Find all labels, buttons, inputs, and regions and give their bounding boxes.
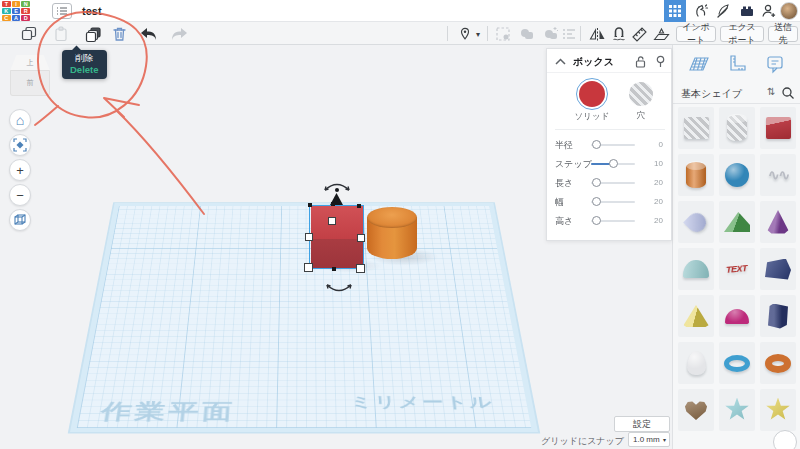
shape-tile-pyramid[interactable]: [678, 295, 714, 337]
copy-button[interactable]: [20, 25, 38, 43]
undo-button[interactable]: [140, 25, 158, 43]
workplane-button[interactable]: [652, 25, 670, 43]
workplane-pin-button[interactable]: [456, 25, 474, 43]
brick-icon[interactable]: [738, 2, 756, 20]
edge-handle[interactable]: [331, 202, 335, 206]
shape-tile-donut[interactable]: [760, 342, 796, 384]
import-button[interactable]: インポート: [676, 26, 716, 42]
solid-label: ソリッド: [575, 111, 610, 123]
tooltip-title: 削除: [70, 53, 99, 64]
notes-tool-button[interactable]: [759, 52, 791, 76]
slider-track[interactable]: [591, 220, 635, 222]
mirror-button[interactable]: [588, 25, 606, 43]
slider-knob[interactable]: [592, 197, 601, 206]
hole-pattern-circle[interactable]: [629, 82, 653, 106]
shape-category-dropdown[interactable]: 基本シェイプ ⇅: [673, 82, 800, 104]
unit-label: ミリメートル: [350, 392, 495, 412]
lock-icon[interactable]: [633, 54, 647, 68]
slider-track[interactable]: [591, 144, 635, 146]
tinkercad-logo[interactable]: TINKERCAD: [2, 1, 30, 21]
shape-tile-nib[interactable]: [678, 201, 714, 243]
avatar[interactable]: [780, 2, 798, 20]
slider-knob[interactable]: [592, 178, 601, 187]
shape-tile-cylinder[interactable]: [678, 154, 714, 196]
shape-tile-polygon[interactable]: [760, 248, 796, 290]
shape-tile-half-sphere[interactable]: [719, 295, 755, 337]
rotate-handle-top[interactable]: [322, 179, 352, 192]
search-button[interactable]: [781, 86, 795, 100]
shape-tile-prism[interactable]: [760, 295, 796, 337]
add-person-icon[interactable]: [760, 2, 778, 20]
redo-button[interactable]: [170, 25, 188, 43]
scroll-indicator[interactable]: [773, 430, 797, 449]
shape-tile-star-thin[interactable]: [719, 389, 755, 431]
cylinder-object-top[interactable]: [367, 207, 417, 228]
export-button[interactable]: エクスポート: [720, 26, 764, 42]
shape-tile-sphere[interactable]: [719, 154, 755, 196]
slider-track[interactable]: [591, 182, 635, 184]
shape-tile-heart[interactable]: [678, 389, 714, 431]
settings-button[interactable]: 設定: [614, 416, 670, 432]
design-properties-button[interactable]: [52, 3, 72, 19]
shape-tile-text[interactable]: TEXT: [719, 248, 755, 290]
align-button[interactable]: [560, 25, 578, 43]
duplicate-button[interactable]: [84, 25, 102, 43]
edge-handle[interactable]: [357, 204, 361, 208]
slider-knob[interactable]: [592, 216, 601, 225]
perspective-toggle-button[interactable]: [9, 209, 31, 231]
shape-tile-scribble[interactable]: ∿∿: [760, 154, 796, 196]
paste-button[interactable]: [52, 25, 70, 43]
workplane-grid[interactable]: 作業平面 ミリメートル: [70, 203, 538, 432]
ruler-tool-button[interactable]: [721, 52, 753, 76]
view-cube-front-face[interactable]: 前: [10, 71, 50, 96]
hole-swatch[interactable]: 穴: [619, 82, 663, 122]
snap-grid-dropdown[interactable]: 1.0 mm ▾: [628, 432, 670, 447]
select-region-button[interactable]: [494, 25, 512, 43]
snap-gesture-icon[interactable]: [692, 2, 710, 20]
slider-knob[interactable]: [609, 159, 618, 168]
ungroup-button[interactable]: [542, 25, 560, 43]
scale-handle-top-center[interactable]: [328, 217, 336, 225]
slider-track[interactable]: [591, 201, 635, 203]
group-button[interactable]: [518, 25, 536, 43]
pin-dropdown-caret[interactable]: ▾: [473, 25, 483, 43]
solid-color-circle[interactable]: [579, 81, 605, 107]
fit-view-button[interactable]: [9, 134, 31, 156]
scale-handle-mid-left[interactable]: [305, 233, 313, 241]
solid-swatch[interactable]: ソリッド: [565, 81, 619, 123]
view-cube[interactable]: 上 前: [10, 55, 50, 97]
shape-tile-star[interactable]: [760, 389, 796, 431]
shape-tile-paraboloid[interactable]: [678, 342, 714, 384]
shape-inspector-panel: ボックス ソリッド 穴 半径0ステップ10長さ20幅20高さ20: [546, 48, 672, 241]
shape-tile-box-hole[interactable]: [678, 107, 714, 149]
design-title[interactable]: test: [82, 5, 102, 17]
apps-grid-button[interactable]: [664, 0, 686, 22]
view-cube-top-face[interactable]: 上: [10, 55, 50, 71]
collapse-chevron-icon[interactable]: [553, 54, 567, 68]
slider-knob[interactable]: [592, 140, 601, 149]
zoom-out-button[interactable]: −: [9, 184, 31, 206]
zoom-in-button[interactable]: +: [9, 159, 31, 181]
magnet-button[interactable]: [610, 25, 628, 43]
workplane-tool-button[interactable]: [683, 52, 715, 76]
ruler-button[interactable]: [630, 25, 648, 43]
shape-tile-box[interactable]: [760, 107, 796, 149]
send-to-button[interactable]: 送信先: [768, 26, 798, 42]
scale-handle-bottom-right[interactable]: [356, 264, 365, 273]
pickaxe-icon[interactable]: [714, 2, 732, 20]
edge-handle[interactable]: [332, 267, 336, 271]
shape-tile-roof[interactable]: [719, 201, 755, 243]
edge-handle[interactable]: [308, 203, 312, 207]
shape-tile-torus[interactable]: [719, 342, 755, 384]
delete-button[interactable]: [110, 25, 128, 43]
shape-tile-cylinder-hole[interactable]: [719, 107, 755, 149]
slider-track[interactable]: [591, 163, 635, 165]
shape-tile-cone[interactable]: [760, 201, 796, 243]
shape-tile-round-roof[interactable]: [678, 248, 714, 290]
scale-handle-bottom-left[interactable]: [304, 263, 313, 272]
scale-handle-mid-right[interactable]: [357, 234, 365, 242]
visibility-pin-icon[interactable]: [653, 54, 667, 68]
home-view-button[interactable]: ⌂: [9, 109, 31, 131]
rotate-handle-bottom[interactable]: [324, 283, 354, 296]
slider-label: 幅: [555, 196, 564, 209]
